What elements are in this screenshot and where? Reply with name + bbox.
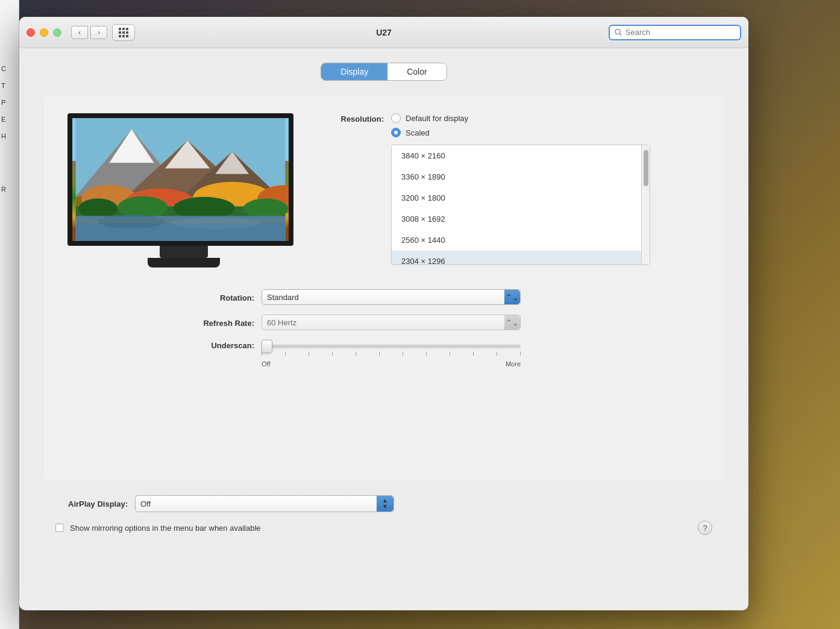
airplay-arrows-icon: ▲ ▼ xyxy=(377,496,393,512)
airplay-select[interactable]: Off ▲ ▼ xyxy=(135,495,394,512)
res-3840[interactable]: 3840 × 2160 xyxy=(392,145,650,166)
rotation-row: Rotation: Standard ⌃ ⌃ xyxy=(188,289,700,305)
mirroring-label: Show mirroring options in the menu bar w… xyxy=(70,524,261,533)
sidebar-label-6: R xyxy=(0,181,19,198)
underscan-label: Underscan: xyxy=(188,340,254,350)
res-3200[interactable]: 3200 × 1800 xyxy=(392,187,650,208)
refresh-rate-select[interactable]: 60 Hertz ⌃ ⌃ xyxy=(262,314,521,330)
rotation-value: Standard xyxy=(267,293,299,302)
search-input[interactable] xyxy=(625,28,735,37)
monitor-resolution-row: Resolution: Default for display Scaled xyxy=(67,113,700,275)
refresh-rate-row: Refresh Rate: 60 Hertz ⌃ ⌃ xyxy=(188,314,700,330)
tick-3 xyxy=(309,352,309,355)
search-box[interactable] xyxy=(609,25,741,40)
tick-6 xyxy=(379,352,380,355)
radio-group: Default for display Scaled 3840 × 2160 xyxy=(391,113,650,265)
tick-2 xyxy=(285,352,286,355)
help-button[interactable]: ? xyxy=(698,521,712,535)
tab-container: Display Color xyxy=(321,63,447,81)
monitor-container xyxy=(67,113,299,264)
tick-8 xyxy=(426,352,427,355)
monitor-screen xyxy=(67,113,293,246)
mirroring-checkbox[interactable] xyxy=(55,524,64,532)
airplay-value: Off xyxy=(140,499,151,509)
forward-icon: › xyxy=(98,28,100,37)
back-icon: ‹ xyxy=(78,28,81,37)
res-3008[interactable]: 3008 × 1692 xyxy=(392,208,650,230)
airplay-row: AirPlay Display: Off ▲ ▼ xyxy=(55,495,712,512)
tick-4 xyxy=(332,352,333,355)
svg-point-15 xyxy=(78,199,118,219)
svg-rect-22 xyxy=(76,217,286,223)
res-2304[interactable]: 2304 × 1296 xyxy=(392,251,650,264)
scrollbar-thumb xyxy=(644,150,648,186)
list-scrollbar[interactable] xyxy=(641,145,650,264)
refresh-rate-value: 60 Hertz xyxy=(267,318,296,327)
resolution-list[interactable]: 3840 × 2160 3360 × 1890 3200 × 1800 3008… xyxy=(391,145,650,265)
airplay-label: AirPlay Display: xyxy=(55,499,128,509)
slider-thumb[interactable] xyxy=(262,340,272,353)
radio-default[interactable]: Default for display xyxy=(391,113,650,123)
titlebar: ‹ › U27 xyxy=(19,17,748,48)
content-area: Display Color xyxy=(19,48,748,610)
forward-button[interactable]: › xyxy=(90,26,107,39)
radio-btn-scaled[interactable] xyxy=(391,128,401,137)
slider-track[interactable] xyxy=(262,345,521,348)
tab-color[interactable]: Color xyxy=(387,63,446,80)
svg-line-1 xyxy=(619,34,621,36)
rotation-select[interactable]: Standard ⌃ ⌃ xyxy=(262,289,521,305)
res-3360[interactable]: 3360 × 1890 xyxy=(392,166,650,187)
back-button[interactable]: ‹ xyxy=(71,26,88,39)
grid-icon xyxy=(119,28,128,37)
sidebar-label-5: H xyxy=(0,128,19,145)
close-button[interactable] xyxy=(27,28,35,37)
settings-panel: Resolution: Default for display Scaled xyxy=(43,95,724,481)
monitor-display xyxy=(67,113,299,264)
svg-point-18 xyxy=(243,199,288,219)
tick-5 xyxy=(356,352,356,355)
refresh-rate-arrows-icon: ⌃ ⌃ xyxy=(504,315,520,330)
refresh-rate-label: Refresh Rate: xyxy=(188,318,254,328)
resolution-row: Resolution: Default for display Scaled xyxy=(324,113,700,265)
underscan-row: Underscan: xyxy=(188,340,700,368)
sidebar-label-3: P xyxy=(0,94,19,111)
traffic-lights xyxy=(27,28,61,37)
slider-labels: Off More xyxy=(262,360,521,368)
search-icon xyxy=(615,28,622,36)
slider-ticks xyxy=(262,351,521,357)
radio-label-default: Default for display xyxy=(406,114,468,123)
sidebar-label-4: E xyxy=(0,111,19,128)
tick-10 xyxy=(473,352,474,355)
grid-button[interactable] xyxy=(112,24,135,41)
rotation-label: Rotation: xyxy=(188,292,254,302)
tab-bar: Display Color xyxy=(43,63,724,81)
maximize-button[interactable] xyxy=(53,28,61,37)
rotation-arrows-icon: ⌃ ⌃ xyxy=(504,290,520,304)
nav-buttons: ‹ › xyxy=(71,26,107,39)
tick-11 xyxy=(497,352,497,355)
resolution-label: Resolution: xyxy=(324,113,384,124)
monitor-stand xyxy=(148,258,220,268)
radio-btn-default[interactable] xyxy=(391,113,401,123)
mirroring-row: Show mirroring options in the menu bar w… xyxy=(55,521,712,535)
slider-min-label: Off xyxy=(262,360,270,368)
sidebar-label-2: T xyxy=(0,77,19,94)
minimize-button[interactable] xyxy=(40,28,48,37)
slider-max-label: More xyxy=(506,360,521,368)
resolution-list-inner: 3840 × 2160 3360 × 1890 3200 × 1800 3008… xyxy=(392,145,650,264)
tab-display[interactable]: Display xyxy=(321,63,387,80)
res-2560[interactable]: 2560 × 1440 xyxy=(392,230,650,251)
mountain-scene xyxy=(72,118,289,241)
slider-container: Off More xyxy=(262,340,521,368)
sidebar-label-1: C xyxy=(0,60,19,77)
tick-7 xyxy=(403,352,403,355)
monitor-base xyxy=(160,246,208,258)
radio-label-scaled: Scaled xyxy=(406,128,430,137)
bottom-section: AirPlay Display: Off ▲ ▼ Show mirroring … xyxy=(43,495,724,547)
window-title: U27 xyxy=(376,28,392,37)
sidebar-text: C T P E H R xyxy=(0,60,19,198)
radio-scaled[interactable]: Scaled xyxy=(391,128,650,137)
main-window: ‹ › U27 Display xyxy=(19,17,748,610)
resolution-section: Resolution: Default for display Scaled xyxy=(324,113,700,275)
sidebar-partial: C T P E H R xyxy=(0,0,19,629)
